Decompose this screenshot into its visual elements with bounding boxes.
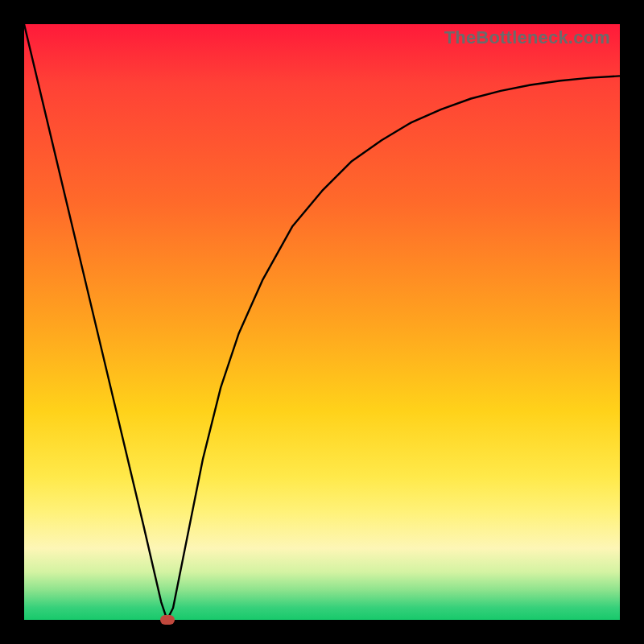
chart-frame: TheBottleneck.com <box>0 0 644 644</box>
bottleneck-curve <box>24 24 620 620</box>
plot-area: TheBottleneck.com <box>24 24 620 620</box>
curve-path <box>24 24 620 620</box>
optimum-marker <box>160 615 175 625</box>
